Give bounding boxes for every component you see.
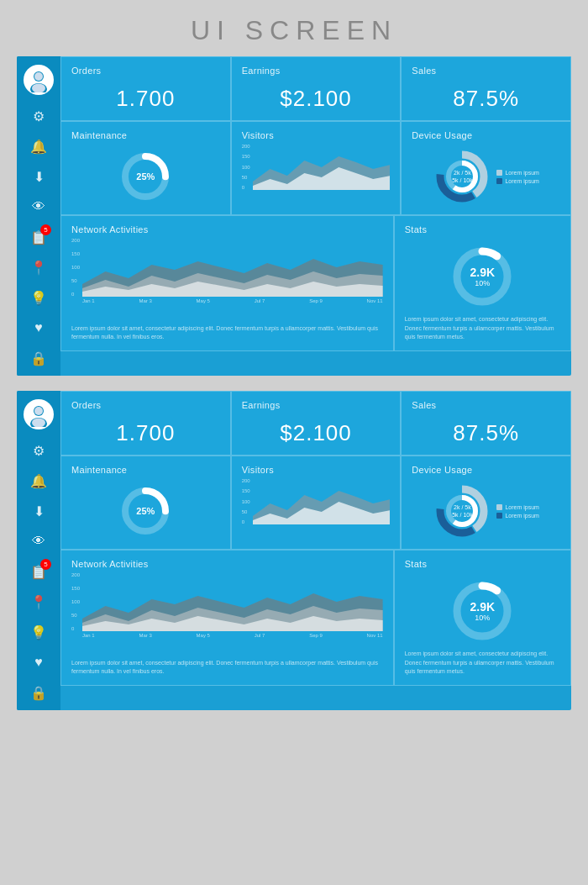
network-chart-area-2: 200 150 100 50 0 xyxy=(71,572,383,654)
lock-icon-2[interactable]: 🔒 xyxy=(29,683,48,702)
maintenance-label: 25% xyxy=(136,171,155,182)
stats-row: Orders 1.700 Earnings $2.100 Sales 87.5% xyxy=(60,56,571,121)
svg-point-20 xyxy=(32,419,45,428)
network-chart-svg-2 xyxy=(82,572,383,631)
earnings-card: Earnings $2.100 xyxy=(231,56,402,121)
legend-dot-1 xyxy=(496,170,502,176)
visitors-card: Visitors 200 150 100 50 0 xyxy=(231,121,402,215)
legend-dot-1-2 xyxy=(496,504,502,510)
network-description: Lorem ipsum dolor sit amet, consectetur … xyxy=(71,324,383,342)
stats-title-2: Stats xyxy=(405,559,560,569)
orders-card: Orders 1.700 xyxy=(60,56,231,121)
stats-description: Lorem ipsum dolor sit amet, consectetur … xyxy=(405,315,560,342)
network-description-2: Lorem ipsum dolor sit amet, consectetur … xyxy=(71,659,383,677)
earnings-value-2: $2.100 xyxy=(242,420,391,446)
device-usage-content-2: 2k / 5k 5k / 10k Lorem ipsum Lor xyxy=(412,482,560,540)
device-usage-content: 2k / 5k 5k / 10k Lorem ipsum Lor xyxy=(412,147,560,206)
orders-title: Orders xyxy=(71,66,220,76)
sales-title-2: Sales xyxy=(412,400,560,410)
stats-inner-label: 2.9K 10% xyxy=(470,266,496,287)
stats-inner-label-2: 2.9K 10% xyxy=(470,600,496,622)
avatar-icon-2[interactable] xyxy=(24,399,54,429)
sales-card: Sales 87.5% xyxy=(401,56,571,121)
earnings-title: Earnings xyxy=(242,66,391,76)
lock-icon[interactable]: 🔒 xyxy=(29,349,48,367)
main-content: Orders 1.700 Earnings $2.100 Sales 87.5%… xyxy=(60,56,571,376)
avatar-icon[interactable] xyxy=(24,65,54,95)
device-legend-2: Lorem ipsum Lorem ipsum xyxy=(496,504,538,519)
device-legend: Lorem ipsum Lorem ipsum xyxy=(496,170,538,184)
dashboard-wrapper: ⚙ 🔔 ⬇ 👁 📋 5 📍 💡 ♥ 🔒 Orders 1.700 E xyxy=(0,56,588,725)
pin-icon-2[interactable]: 📍 xyxy=(29,593,48,611)
document-icon[interactable]: 📋 5 xyxy=(29,228,48,246)
stats-title: Stats xyxy=(405,224,560,234)
heart-icon-2[interactable]: ♥ xyxy=(29,653,48,672)
eye-icon-2[interactable]: 👁 xyxy=(29,532,48,550)
sidebar: ⚙ 🔔 ⬇ 👁 📋 5 📍 💡 ♥ 🔒 xyxy=(17,56,60,376)
stats-donut-2: 2.9K 10% xyxy=(449,577,516,645)
maintenance-donut-container-2: 25% xyxy=(71,482,220,540)
download-icon[interactable]: ⬇ xyxy=(29,167,48,186)
eye-icon[interactable]: 👁 xyxy=(29,198,48,216)
visitors-title-2: Visitors xyxy=(242,465,391,475)
charts-row-2: Maintenance 25% Visitors xyxy=(60,456,571,550)
bell-icon[interactable]: 🔔 xyxy=(29,137,48,155)
bottom-row: Network Activities 200 150 100 50 0 xyxy=(60,215,571,351)
device-usage-donut-2: 2k / 5k 5k / 10k xyxy=(433,482,491,540)
device-usage-card: Device Usage xyxy=(401,121,571,215)
network-title: Network Activities xyxy=(71,224,383,234)
orders-value: 1.700 xyxy=(71,86,220,112)
legend-item-2-2: Lorem ipsum xyxy=(496,513,538,519)
visitors-title: Visitors xyxy=(242,130,391,140)
sales-title: Sales xyxy=(412,66,560,76)
maintenance-card: Maintenance 25% xyxy=(60,121,231,215)
legend-dot-2 xyxy=(496,178,502,184)
sales-value: 87.5% xyxy=(412,86,560,112)
device-usage-card-2: Device Usage 2k / 5k 5k / 10k xyxy=(401,456,571,550)
maintenance-donut: 25% xyxy=(118,150,172,203)
network-chart-svg xyxy=(82,238,383,297)
maintenance-title: Maintenance xyxy=(71,130,220,140)
network-chart-area: 200 150 100 50 0 xyxy=(71,238,383,319)
document-icon-2[interactable]: 📋 5 xyxy=(29,562,48,581)
orders-value-2: 1.700 xyxy=(71,420,220,446)
page-title: UI SCREEN xyxy=(0,0,588,56)
stats-card-2: Stats 2.9K 10% L xyxy=(394,550,571,686)
svg-point-3 xyxy=(32,84,45,93)
network-card-2: Network Activities 200 150 100 50 0 xyxy=(60,550,394,686)
bell-icon-2[interactable]: 🔔 xyxy=(29,471,48,490)
device-usage-donut: 2k / 5k 5k / 10k xyxy=(433,147,491,206)
download-icon-2[interactable]: ⬇ xyxy=(29,502,48,520)
device-usage-title-2: Device Usage xyxy=(412,465,560,475)
heart-icon[interactable]: ♥ xyxy=(29,319,48,337)
network-x-axis: Jan 1 Mar 3 May 5 Jul 7 Sep 9 Nov 11 xyxy=(82,298,383,303)
maintenance-donut-container: 25% xyxy=(71,147,220,206)
maintenance-title-2: Maintenance xyxy=(71,465,220,475)
maintenance-label-2: 25% xyxy=(136,506,155,516)
stats-description-2: Lorem ipsum dolor sit amet, consectetur … xyxy=(405,650,560,677)
bulb-icon[interactable]: 💡 xyxy=(29,288,48,307)
dashboard-2: ⚙ 🔔 ⬇ 👁 📋 5 📍 💡 ♥ 🔒 Orders 1.700 E xyxy=(17,391,571,710)
maintenance-card-2: Maintenance 25% xyxy=(60,456,231,550)
legend-dot-2-2 xyxy=(496,513,502,519)
notification-badge-2: 5 xyxy=(40,559,51,570)
legend-item-1: Lorem ipsum xyxy=(496,170,538,176)
device-inner-label: 2k / 5k 5k / 10k xyxy=(452,169,473,184)
legend-item-2: Lorem ipsum xyxy=(496,178,538,184)
stats-donut: 2.9K 10% xyxy=(449,243,516,310)
bulb-icon-2[interactable]: 💡 xyxy=(29,623,48,641)
visitors-y-axis: 200 150 100 50 0 xyxy=(242,144,250,190)
visitors-chart-area-2: 200 150 100 50 0 xyxy=(242,478,391,540)
stats-row-2: Orders 1.700 Earnings $2.100 Sales 87.5% xyxy=(60,391,571,456)
sales-value-2: 87.5% xyxy=(412,420,560,446)
gear-icon[interactable]: ⚙ xyxy=(29,107,48,125)
network-title-2: Network Activities xyxy=(71,559,383,569)
pin-icon[interactable]: 📍 xyxy=(29,258,48,277)
stats-donut-container: 2.9K 10% xyxy=(405,243,560,310)
network-y-axis-2: 200 150 100 50 0 xyxy=(71,572,80,631)
visitors-card-2: Visitors 200 150 100 50 0 xyxy=(231,456,402,550)
sidebar-2: ⚙ 🔔 ⬇ 👁 📋 5 📍 💡 ♥ 🔒 xyxy=(17,391,60,710)
gear-icon-2[interactable]: ⚙ xyxy=(29,441,48,460)
earnings-title-2: Earnings xyxy=(242,400,391,410)
stats-donut-container-2: 2.9K 10% xyxy=(405,577,560,645)
